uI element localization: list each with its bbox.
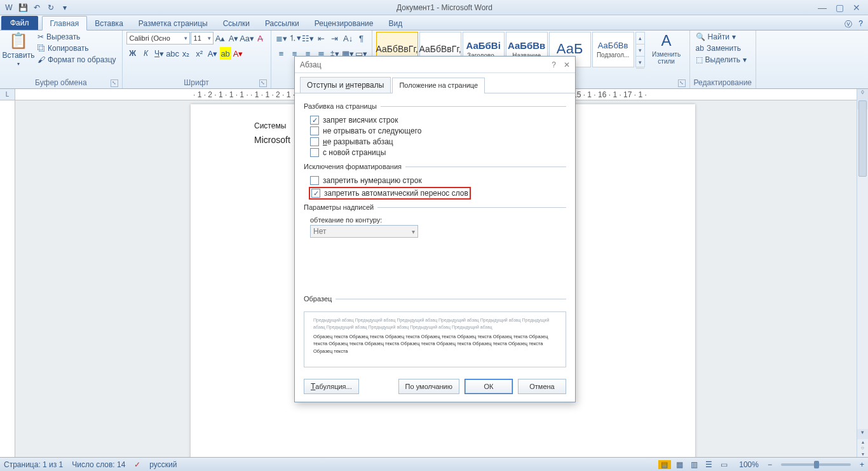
copy-button[interactable]: ⿻Копировать: [36, 43, 118, 53]
keep-with-next-checkbox[interactable]: не отрывать от следующего: [310, 126, 566, 135]
fullscreen-icon[interactable]: ▦: [673, 460, 686, 469]
prev-page-icon[interactable]: ▴: [857, 439, 868, 445]
minimize-ribbon-icon[interactable]: ⓥ: [844, 19, 852, 30]
change-styles-button[interactable]: A Изменить стили: [648, 32, 686, 65]
styles-scroll[interactable]: ▴▾▾: [635, 32, 645, 67]
style-subtitle[interactable]: АаБбВвПодзагол...: [592, 32, 634, 67]
sort-icon[interactable]: A↓: [342, 32, 355, 44]
tab-references[interactable]: Ссылки: [215, 17, 257, 30]
tab-file[interactable]: Файл: [1, 16, 38, 30]
save-icon[interactable]: 💾: [17, 1, 29, 14]
ruler-toggle-icon[interactable]: ◊: [857, 89, 868, 99]
cancel-button[interactable]: Отмена: [518, 379, 566, 394]
scroll-down-icon[interactable]: ▾: [857, 429, 868, 439]
draft-icon[interactable]: ▭: [717, 460, 730, 469]
dialog-tabs: Отступы и интервалы Положение на страниц…: [295, 73, 575, 93]
find-button[interactable]: 🔍Найти ▾: [694, 32, 738, 42]
tab-selector[interactable]: L: [0, 89, 15, 100]
select-button[interactable]: ⬚Выделить ▾: [694, 55, 749, 65]
minimize-icon[interactable]: —: [818, 3, 827, 13]
dialog-title: Абзац: [300, 60, 322, 69]
tab-review[interactable]: Рецензирование: [307, 17, 381, 30]
no-hyphenation-checkbox[interactable]: запретить автоматический перенос слов: [311, 189, 468, 198]
widow-control-checkbox[interactable]: запрет висячих строк: [310, 116, 566, 125]
font-size-combo[interactable]: 11: [191, 32, 214, 44]
dialog-close-icon[interactable]: ✕: [564, 60, 570, 69]
maximize-icon[interactable]: ▢: [836, 3, 844, 13]
group-clipboard: 📋 Вставить ▾ ✂Вырезать ⿻Копировать 🖌Форм…: [0, 31, 123, 88]
superscript-icon[interactable]: x²: [193, 47, 206, 60]
bold-icon[interactable]: Ж: [126, 47, 139, 60]
zoom-out-icon[interactable]: −: [768, 460, 772, 469]
font-launcher-icon[interactable]: ⤡: [259, 79, 267, 87]
next-page-icon[interactable]: ▾: [857, 451, 868, 457]
preview-group: Образец Предыдущий абзац Предыдущий абза…: [304, 295, 566, 367]
proofing-icon[interactable]: ✓: [134, 460, 140, 469]
tab-home[interactable]: Главная: [42, 16, 88, 31]
help-icon[interactable]: ?: [858, 19, 863, 30]
tab-view[interactable]: Вид: [381, 17, 410, 30]
browse-object-icon[interactable]: ○: [857, 445, 868, 451]
tab-mailings[interactable]: Рассылки: [257, 17, 307, 30]
align-left-icon[interactable]: ≡: [275, 47, 288, 60]
quick-access-toolbar: W 💾 ↶ ↻ ▾: [3, 1, 71, 14]
replace-button[interactable]: abЗаменить: [694, 43, 743, 53]
suppress-line-numbers-checkbox[interactable]: запретить нумерацию строк: [310, 176, 566, 185]
italic-icon[interactable]: К: [140, 47, 153, 60]
tab-indents[interactable]: Отступы и интервалы: [300, 77, 391, 93]
cut-button[interactable]: ✂Вырезать: [36, 32, 118, 42]
clipboard-launcher-icon[interactable]: ⤡: [111, 79, 118, 87]
outline-icon[interactable]: ☰: [703, 460, 715, 469]
qat-more-icon[interactable]: ▾: [58, 1, 71, 14]
status-language[interactable]: русский: [149, 460, 177, 469]
subscript-icon[interactable]: x₂: [180, 47, 193, 60]
tab-position[interactable]: Положение на странице: [392, 78, 485, 93]
dialog-help-icon[interactable]: ?: [552, 60, 556, 69]
word-icon[interactable]: W: [3, 1, 15, 14]
strike-icon[interactable]: abc: [166, 47, 179, 60]
group-font: Calibri (Осно 11 A▴ A▾ Aa▾ A̶ Ж К Ч▾ abc…: [123, 31, 271, 88]
close-icon[interactable]: ✕: [853, 3, 860, 13]
redo-icon[interactable]: ↻: [44, 1, 57, 14]
zoom-level[interactable]: 100%: [739, 460, 759, 469]
styles-launcher-icon[interactable]: ⤡: [678, 79, 686, 87]
clear-format-icon[interactable]: A̶: [254, 32, 267, 44]
paste-button[interactable]: 📋 Вставить ▾: [4, 32, 33, 67]
web-layout-icon[interactable]: ▥: [688, 460, 701, 469]
numbering-icon[interactable]: ⒈▾: [288, 32, 301, 44]
highlight-icon[interactable]: ab: [220, 47, 231, 60]
shrink-font-icon[interactable]: A▾: [227, 32, 240, 44]
keep-lines-checkbox[interactable]: не разрывать абзац: [310, 137, 566, 146]
default-button[interactable]: По умолчанию: [398, 379, 459, 394]
format-painter-button[interactable]: 🖌Формат по образцу: [36, 55, 118, 65]
change-case-icon[interactable]: Aa▾: [241, 32, 254, 44]
status-words[interactable]: Число слов: 14: [72, 460, 125, 469]
tab-layout[interactable]: Разметка страницы: [131, 17, 215, 30]
brush-icon: 🖌: [37, 55, 45, 64]
text-effects-icon[interactable]: A▾: [207, 47, 219, 60]
indent-inc-icon[interactable]: ⇥: [329, 32, 341, 44]
bullets-icon[interactable]: ≣▾: [275, 32, 288, 44]
undo-icon[interactable]: ↶: [31, 1, 43, 14]
tab-insert[interactable]: Вставка: [87, 17, 131, 30]
font-family-combo[interactable]: Calibri (Осно: [126, 32, 190, 44]
tabs-button[interactable]: Табуляция...: [304, 379, 359, 394]
scroll-thumb[interactable]: [858, 100, 867, 177]
preview-box: Предыдущий абзац Предыдущий абзац Предыд…: [304, 311, 566, 367]
page-break-before-checkbox[interactable]: с новой страницы: [310, 148, 566, 157]
grow-font-icon[interactable]: A▴: [214, 32, 227, 44]
underline-icon[interactable]: Ч▾: [153, 47, 166, 60]
show-marks-icon[interactable]: ¶: [355, 32, 368, 44]
vertical-scrollbar[interactable]: ◊ ▴ ▾ ▴○▾: [857, 89, 868, 457]
ok-button[interactable]: ОК: [465, 379, 513, 394]
font-color-icon[interactable]: A▾: [232, 47, 245, 60]
zoom-in-icon[interactable]: +: [860, 460, 864, 469]
replace-icon: ab: [696, 44, 704, 53]
highlight-box: запретить автоматический перенос слов: [309, 187, 471, 200]
print-layout-icon[interactable]: ▤: [658, 460, 671, 469]
zoom-slider[interactable]: [781, 463, 851, 466]
indent-dec-icon[interactable]: ⇤: [315, 32, 328, 44]
vertical-ruler[interactable]: L: [0, 100, 15, 457]
status-page[interactable]: Страница: 1 из 1: [4, 460, 63, 469]
multilevel-icon[interactable]: ☷▾: [302, 32, 315, 44]
